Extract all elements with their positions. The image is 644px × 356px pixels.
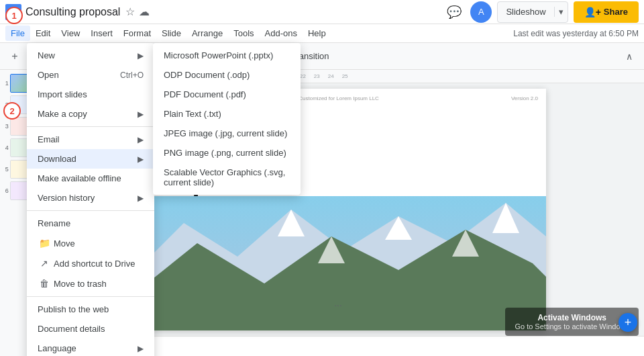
menu-help[interactable]: Help — [303, 26, 331, 41]
slide-num-3: 3 — [1, 123, 9, 130]
menu-insert[interactable]: Insert — [85, 26, 118, 41]
download-odp[interactable]: ODP Document (.odp) — [153, 65, 301, 85]
slide-version: Version 2.0 — [511, 95, 538, 101]
add-slide-fab[interactable]: + — [619, 313, 637, 332]
menu-file[interactable]: File — [5, 26, 30, 41]
file-menu-offline-label: Make available offline — [38, 173, 121, 183]
top-right-actions: 💬 A Slideshow ▾ 👤+ Share — [443, 1, 639, 23]
star-icon[interactable]: ☆ — [125, 5, 135, 18]
file-menu-download-arrow: ▶ — [138, 154, 144, 164]
file-menu-details-label: Document details — [38, 324, 105, 334]
share-button[interactable]: 👤+ Share — [574, 1, 639, 23]
trash-icon: 🗑 — [38, 278, 51, 289]
file-menu-email-label: Email — [38, 134, 60, 144]
download-pptx[interactable]: Microsoft PowerPoint (.pptx) — [153, 46, 301, 65]
file-menu-publish[interactable]: Publish to the web — [27, 300, 154, 319]
annotation-circle-1-label: 1 — [11, 11, 16, 21]
file-menu-shortcut-label: Add shortcut to Drive — [54, 259, 135, 269]
file-menu-details[interactable]: Document details — [27, 319, 154, 339]
file-menu-open-shortcut: Ctrl+O — [120, 71, 144, 80]
menu-bar: File Edit View Insert Format Slide Arran… — [0, 24, 644, 43]
download-pptx-label: Microsoft PowerPoint (.pptx) — [164, 50, 273, 60]
slide-num-6: 6 — [1, 187, 9, 194]
collapse-btn[interactable]: ∧ — [620, 47, 639, 66]
menu-tools[interactable]: Tools — [228, 26, 259, 41]
download-pdf[interactable]: PDF Document (.pdf) — [153, 85, 301, 104]
download-txt-label: Plain Text (.txt) — [164, 109, 221, 119]
title-icon-group: ☆ ☁ — [125, 5, 150, 18]
add-slide-btn[interactable]: + — [5, 47, 24, 66]
slide-num-1: 1 — [1, 80, 9, 87]
file-menu-email-arrow: ▶ — [138, 135, 144, 144]
last-edit-time: Last edit was yesterday at 6:50 PM — [513, 29, 639, 38]
file-menu-language-label: Language — [38, 343, 76, 353]
slide-num-4: 4 — [1, 144, 9, 151]
download-pdf-label: PDF Document (.pdf) — [164, 89, 246, 99]
slide-mountains-bg — [130, 196, 546, 330]
download-svg[interactable]: Scalable Vector Graphics (.svg, current … — [153, 163, 301, 192]
move-icon: 📁 — [38, 238, 51, 249]
account-avatar[interactable]: A — [470, 1, 492, 23]
download-png-label: PNG image (.png, current slide) — [164, 148, 286, 158]
file-menu-divider-3 — [27, 296, 154, 297]
file-menu-trash-label: Move to trash — [54, 279, 107, 289]
file-menu-copy[interactable]: Make a copy ▶ — [27, 104, 154, 124]
file-menu-rename[interactable]: Rename — [27, 214, 154, 233]
annotation-circle-2: 2 — [3, 102, 21, 120]
win-activate-title: Activate Windows — [515, 313, 629, 322]
file-menu-version-arrow: ▶ — [138, 193, 144, 203]
file-menu-new-label: New — [38, 50, 55, 60]
file-menu-move-label: Move — [54, 238, 75, 249]
file-menu-divider-2 — [27, 210, 154, 211]
slideshow-caret[interactable]: ▾ — [554, 7, 568, 17]
file-menu-import[interactable]: Import slides — [27, 85, 154, 104]
file-menu-shortcut[interactable]: ↗ Add shortcut to Drive — [27, 253, 154, 273]
file-menu: New ▶ Open Ctrl+O Import slides Make a c… — [27, 43, 154, 356]
slideshow-button[interactable]: Slideshow ▾ — [497, 1, 568, 23]
file-menu-version[interactable]: Version history ▶ — [27, 188, 154, 208]
download-png[interactable]: PNG image (.png, current slide) — [153, 143, 301, 163]
annotation-circle-2-label: 2 — [9, 106, 14, 116]
slide-num-5: 5 — [1, 166, 9, 173]
file-menu-rename-label: Rename — [38, 218, 70, 228]
share-label: Share — [604, 7, 628, 17]
slide-customized: Customized for Lorem Ipsum LLC — [299, 95, 379, 101]
win-activate-sub: Go to Settings to activate Windows — [515, 322, 629, 330]
slideshow-label: Slideshow — [498, 7, 553, 17]
file-menu-publish-label: Publish to the web — [38, 304, 109, 314]
menu-slide[interactable]: Slide — [156, 26, 186, 41]
file-menu-trash[interactable]: 🗑 Move to trash — [27, 273, 154, 294]
file-menu-language[interactable]: Language ▶ — [27, 339, 154, 356]
file-menu-language-arrow: ▶ — [138, 344, 144, 353]
download-jpg[interactable]: JPEG image (.jpg, current slide) — [153, 124, 301, 143]
download-odp-label: ODP Document (.odp) — [164, 70, 250, 80]
file-menu-download[interactable]: Download ▶ — [27, 149, 154, 169]
file-menu-email[interactable]: Email ▶ — [27, 130, 154, 149]
expand-notes-icon[interactable]: ··· — [334, 300, 342, 310]
cloud-icon[interactable]: ☁ — [139, 5, 150, 18]
download-svg-label: Scalable Vector Graphics (.svg, current … — [164, 167, 285, 187]
file-menu-new-arrow: ▶ — [138, 51, 144, 60]
menu-format[interactable]: Format — [118, 26, 156, 41]
download-jpg-label: JPEG image (.jpg, current slide) — [164, 128, 287, 138]
file-menu-open-label: Open — [38, 70, 59, 80]
download-submenu: Microsoft PowerPoint (.pptx) ODP Documen… — [153, 43, 301, 195]
file-menu-copy-label: Make a copy — [38, 109, 87, 119]
share-icon: 👤+ — [584, 7, 601, 17]
file-menu-copy-arrow: ▶ — [138, 109, 144, 119]
menu-view[interactable]: View — [56, 26, 85, 41]
download-txt[interactable]: Plain Text (.txt) — [153, 104, 301, 124]
file-menu-offline[interactable]: Make available offline — [27, 169, 154, 188]
file-menu-open[interactable]: Open Ctrl+O — [27, 65, 154, 85]
shortcut-icon: ↗ — [38, 258, 51, 269]
file-menu-new[interactable]: New ▶ — [27, 46, 154, 65]
file-menu-divider-1 — [27, 126, 154, 127]
title-bar: Consulting proposal ☆ ☁ 💬 A Slideshow ▾ … — [0, 0, 644, 24]
menu-addons[interactable]: Add-ons — [260, 26, 303, 41]
doc-title: Consulting proposal — [25, 6, 120, 18]
file-menu-download-label: Download — [38, 154, 76, 164]
file-menu-move[interactable]: 📁 Move — [27, 233, 154, 253]
menu-arrange[interactable]: Arrange — [186, 26, 228, 41]
menu-edit[interactable]: Edit — [30, 26, 56, 41]
comment-button[interactable]: 💬 — [443, 1, 465, 23]
